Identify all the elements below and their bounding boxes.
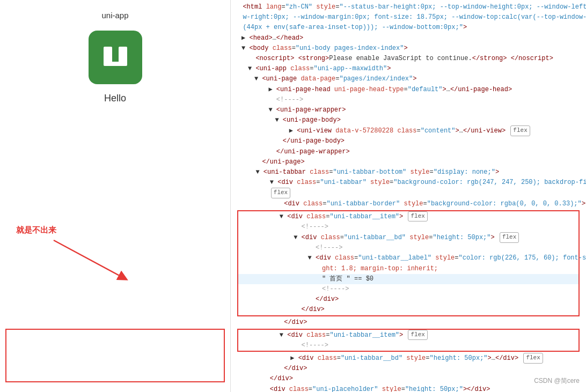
app-icon	[89, 31, 142, 84]
code-line: <!---->	[238, 284, 578, 294]
app-hello-text: Hello	[104, 93, 126, 104]
code-line: <!---->	[238, 341, 578, 351]
code-line: " 首页 " == $0	[238, 274, 578, 284]
code-line: (44px + env(safe-area-inset-top))); --wi…	[235, 23, 582, 33]
code-line: <!---->	[238, 243, 578, 253]
code-line: w-right:0px; --window-margin:0px; font-s…	[235, 12, 582, 23]
code-line: </div>	[238, 305, 578, 315]
code-line: ▼ <div class="uni-tabbar__label" style="…	[238, 253, 578, 263]
bottom-empty-box	[5, 329, 225, 382]
code-line: ▼ <uni-page data-page="pages/index/index…	[235, 74, 582, 84]
svg-rect-0	[104, 47, 112, 64]
right-panel[interactable]: <html lang="zh-CN" style="--status-bar-h…	[231, 0, 586, 392]
code-line: </div>	[235, 364, 582, 374]
annotation-arrow-icon	[48, 235, 134, 283]
csdn-watermark: CSDN @简cere	[534, 376, 580, 386]
code-line: ▼ <body class="uni-body pages-index-inde…	[235, 43, 582, 54]
code-line: ▼ <uni-tabbar class="uni-tabbar-bottom" …	[235, 167, 582, 177]
code-line: <!---->	[235, 95, 582, 105]
code-line: ▶ <uni-view data-v-57280228 class="conte…	[235, 125, 582, 136]
code-line: flex	[235, 188, 582, 198]
code-line: </div>	[238, 294, 578, 305]
code-line: ▼ <uni-app class="uni-app--maxwidth">	[235, 64, 582, 74]
left-panel: uni-app Hello 就是不出来	[0, 0, 231, 392]
code-line: <!---->	[238, 222, 578, 232]
code-line: </uni-page-wrapper>	[235, 147, 582, 157]
svg-line-4	[54, 240, 123, 278]
code-line: <noscript> <strong>Please enable JavaScr…	[235, 54, 582, 64]
code-line: ▼ <uni-page-body>	[235, 115, 582, 125]
code-line: <div class="uni-tabbar-border" style="ba…	[235, 199, 582, 209]
svg-rect-2	[104, 62, 127, 66]
code-line: ght: 1.8; margin-top: inherit;	[238, 264, 578, 274]
code-line: </div>	[235, 317, 582, 328]
uni-app-logo-icon	[99, 41, 131, 73]
code-line: <html lang="zh-CN" style="--status-bar-h…	[235, 2, 582, 12]
annotation: 就是不出来	[16, 225, 56, 240]
annotation-text: 就是不出来	[16, 225, 56, 235]
code-line: <div class="uni-placeholder" style="heig…	[235, 384, 582, 392]
code-line: ▼ <div class="uni-tabbar" style="backgro…	[235, 177, 582, 188]
code-line: ▶ <div class="uni-tabbar__bd" style="hei…	[235, 353, 582, 364]
code-line: </div>	[235, 374, 582, 384]
code-line: ▼ <div class="uni-tabbar__item"> flex	[238, 211, 578, 222]
code-line: ▼ <div class="uni-tabbar__bd" style="hei…	[238, 232, 578, 243]
code-line: ▼ <div class="uni-tabbar__item"> flex	[238, 330, 578, 341]
red-highlight-box-2: ▼ <div class="uni-tabbar__item"> flex <!…	[237, 329, 580, 352]
svg-rect-1	[119, 47, 127, 64]
code-line: ▼ <uni-page-wrapper>	[235, 105, 582, 115]
code-line: ▶ <uni-page-head uni-page-head-type="def…	[235, 85, 582, 95]
code-line: ▶ <head>…</head>	[235, 33, 582, 43]
app-title: uni-app	[101, 11, 128, 20]
red-highlight-box-1: ▼ <div class="uni-tabbar__item"> flex <!…	[237, 210, 580, 316]
code-line: </uni-page>	[235, 157, 582, 167]
code-line: </uni-page-body>	[235, 136, 582, 146]
